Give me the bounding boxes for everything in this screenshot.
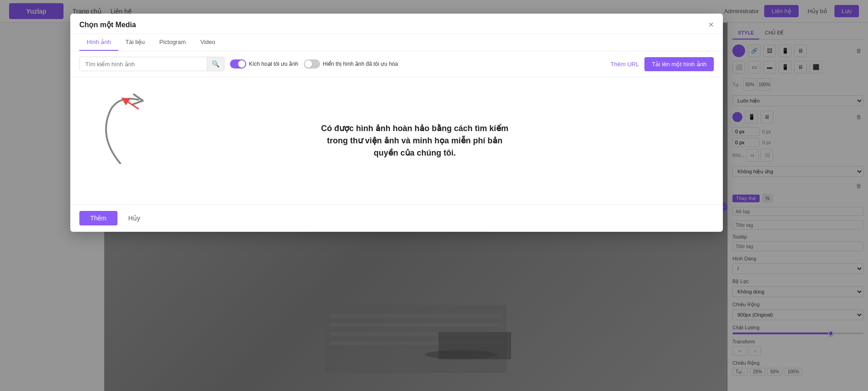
them-button[interactable]: Thêm [79,211,117,225]
upload-button[interactable]: Tải lên một hình ảnh [644,57,714,71]
modal-close-button[interactable]: × [708,20,714,29]
toggle-hien-thi[interactable] [304,59,320,68]
arrow-illustration [84,82,175,172]
toggle-knob-1 [238,60,245,68]
huy-button[interactable]: Hủy [123,211,146,225]
tab-tai-lieu[interactable]: Tài liệu [118,34,152,51]
illustration-text: Có được hình ảnh hoàn hảo bằng cách tìm … [283,122,510,159]
media-modal: Chọn một Media × Hình ảnh Tài liệu Picto… [70,14,723,232]
search-input[interactable] [80,58,207,71]
modal-toolbar-right: Thêm URL Tải lên một hình ảnh [610,57,714,71]
modal-toolbar: 🔍 Kích hoạt tôi ưu ảnh Hiển thị hình ảnh… [70,51,723,77]
them-url-button[interactable]: Thêm URL [610,61,639,68]
search-button[interactable]: 🔍 [207,57,224,71]
modal-title: Chọn một Media [79,20,136,29]
toggle-knob-2 [305,60,312,68]
toggle-kich-hoat[interactable] [230,59,246,68]
search-box: 🔍 [79,57,224,71]
modal-footer: Thêm Hủy [70,204,723,232]
modal-content: Có được hình ảnh hoàn hảo bằng cách tìm … [70,77,723,204]
modal-header: Chọn một Media × [70,14,723,34]
toggle-label-2: Hiển thị hình ảnh đã tôi ưu hóa [323,61,398,67]
tab-hinh-anh[interactable]: Hình ảnh [79,34,118,51]
tab-video[interactable]: Video [193,34,223,51]
toggle-group-1: Kích hoạt tôi ưu ảnh [230,59,298,68]
modal-tabs: Hình ảnh Tài liệu Pictogram Video [70,34,723,51]
toggle-label-1: Kích hoạt tôi ưu ảnh [249,61,298,67]
illustration: Có được hình ảnh hoàn hảo bằng cách tìm … [283,122,510,159]
tab-pictogram[interactable]: Pictogram [152,34,193,51]
toggle-group-2: Hiển thị hình ảnh đã tôi ưu hóa [304,59,398,68]
